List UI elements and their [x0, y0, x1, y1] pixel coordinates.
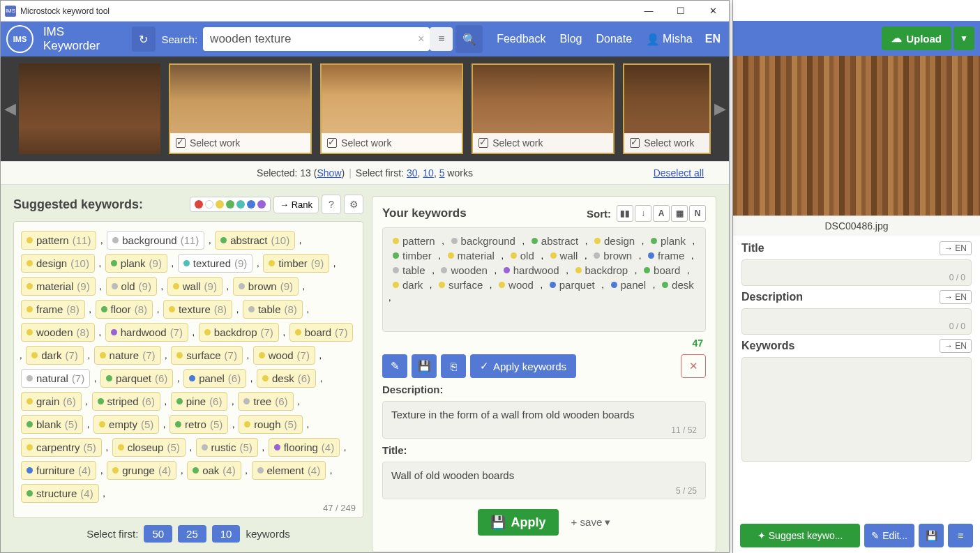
your-keyword-tag[interactable]: parquet: [545, 278, 599, 292]
keyword-tag[interactable]: old(9): [106, 277, 157, 296]
keyword-tag[interactable]: striped(6): [92, 392, 160, 411]
select-checkbox[interactable]: [478, 138, 488, 148]
maximize-button[interactable]: ☐: [665, 1, 697, 22]
your-tags-list[interactable]: pattern , background , abstract , design…: [382, 227, 706, 332]
language-toggle[interactable]: EN: [705, 33, 721, 45]
select-first-10-kw[interactable]: 10: [212, 525, 241, 543]
title-input[interactable]: 0 / 0: [741, 259, 972, 286]
your-keyword-tag[interactable]: backdrop: [571, 263, 633, 278]
carousel-next[interactable]: ▶: [711, 56, 729, 161]
clear-search-button[interactable]: ×: [412, 33, 430, 45]
keyword-tag[interactable]: texture(8): [163, 300, 232, 319]
keyword-tag[interactable]: wall(9): [167, 277, 223, 296]
close-button[interactable]: ✕: [697, 1, 729, 22]
your-keyword-tag[interactable]: table: [389, 263, 430, 278]
your-keyword-tag[interactable]: design: [590, 234, 639, 248]
your-keyword-tag[interactable]: board: [640, 263, 684, 278]
menu-icon-button[interactable]: ≡: [948, 524, 973, 547]
keywords-input[interactable]: [741, 357, 972, 462]
keyword-tag[interactable]: tree(6): [238, 392, 293, 411]
keyword-tag[interactable]: parquet(6): [100, 369, 173, 388]
search-options-button[interactable]: ≡: [430, 27, 453, 51]
keyword-tag[interactable]: retro(5): [169, 415, 228, 434]
keyword-tag[interactable]: grunge(4): [107, 461, 176, 480]
select-checkbox[interactable]: [327, 138, 337, 148]
your-keyword-tag[interactable]: wooden: [437, 263, 492, 278]
keyword-tag[interactable]: carpentry(5): [21, 438, 102, 457]
keyword-tag[interactable]: plank(9): [105, 254, 167, 273]
your-keyword-tag[interactable]: panel: [607, 278, 651, 292]
keyword-tag[interactable]: empty(5): [93, 415, 159, 434]
user-menu[interactable]: 👤Misha: [646, 33, 693, 46]
thumbnail[interactable]: Select work: [320, 63, 463, 154]
select-checkbox[interactable]: [176, 138, 186, 148]
apply-keywords-button[interactable]: ✓Apply keywords: [470, 354, 576, 378]
keyword-tag[interactable]: background(11): [107, 231, 204, 250]
search-input[interactable]: [203, 32, 412, 46]
select-first-25[interactable]: 25: [178, 525, 206, 543]
keyword-tag[interactable]: nature(7): [94, 346, 161, 365]
keyword-tag[interactable]: timber(9): [263, 254, 329, 273]
delete-keywords-button[interactable]: ✕: [681, 354, 706, 378]
save-dropdown[interactable]: + save ▾: [571, 516, 611, 529]
keyword-tag[interactable]: furniture(4): [21, 461, 96, 480]
keyword-tag[interactable]: frame(8): [21, 300, 85, 319]
keyword-tag[interactable]: closeup(5): [112, 438, 186, 457]
your-keyword-tag[interactable]: hardwood: [499, 263, 564, 278]
donate-link[interactable]: Donate: [596, 33, 632, 45]
suggest-keywords-button[interactable]: ✦Suggest keywo...: [740, 524, 860, 547]
keyword-tag[interactable]: table(8): [243, 300, 303, 319]
your-keyword-tag[interactable]: pattern: [389, 234, 439, 248]
keyword-tag[interactable]: pattern(11): [21, 231, 96, 250]
edit-button[interactable]: ✎Edit...: [864, 524, 914, 547]
keyword-tag[interactable]: backdrop(7): [199, 323, 279, 342]
suggested-tags-list[interactable]: pattern(11) , background(11) , abstract(…: [13, 221, 363, 518]
title-translate-button[interactable]: → EN: [940, 241, 972, 255]
sort-freq-button[interactable]: ▮▮: [617, 205, 633, 222]
keyword-tag[interactable]: rough(5): [239, 415, 303, 434]
keyword-tag[interactable]: element(4): [252, 461, 326, 480]
sort-grid-button[interactable]: ▦: [671, 205, 688, 222]
description-box[interactable]: Texture in the form of a wall from old w…: [382, 401, 706, 439]
thumbnail[interactable]: Select work: [472, 63, 615, 154]
keyword-tag[interactable]: textured(9): [178, 254, 253, 273]
save-keywords-button[interactable]: 💾: [412, 354, 437, 378]
description-input[interactable]: 0 / 0: [741, 308, 972, 335]
select-first-50[interactable]: 50: [144, 525, 172, 543]
your-keyword-tag[interactable]: dark: [389, 278, 427, 292]
settings-button[interactable]: ⚙: [344, 195, 363, 214]
keyword-tag[interactable]: grain(6): [21, 392, 82, 411]
keywords-translate-button[interactable]: → EN: [940, 339, 972, 353]
upload-dropdown[interactable]: ▼: [953, 26, 974, 50]
your-keyword-tag[interactable]: desk: [658, 278, 698, 292]
keyword-tag[interactable]: blank(5): [21, 415, 83, 434]
carousel-prev[interactable]: ◀: [1, 56, 19, 161]
your-keyword-tag[interactable]: timber: [389, 248, 436, 263]
keyword-tag[interactable]: natural(7): [21, 369, 90, 388]
keyword-tag[interactable]: flooring(4): [269, 438, 340, 457]
refresh-button[interactable]: ↻: [132, 26, 156, 52]
your-keyword-tag[interactable]: wall: [546, 248, 582, 263]
keyword-tag[interactable]: material(9): [21, 277, 96, 296]
sort-n-button[interactable]: N: [689, 205, 706, 222]
upload-button[interactable]: ☁ Upload: [882, 26, 951, 50]
keyword-tag[interactable]: structure(4): [21, 484, 99, 503]
copy-keywords-button[interactable]: ⎘: [441, 354, 466, 378]
select-checkbox[interactable]: [630, 138, 640, 148]
deselect-all-link[interactable]: Deselect all: [654, 167, 704, 179]
edit-keywords-button[interactable]: ✎: [382, 354, 407, 378]
keyword-tag[interactable]: design(10): [21, 254, 95, 273]
minimize-button[interactable]: —: [633, 1, 665, 22]
keyword-tag[interactable]: surface(7): [171, 346, 243, 365]
your-keyword-tag[interactable]: abstract: [527, 234, 582, 248]
title-box[interactable]: Wall of old wooden boards 5 / 25: [382, 462, 706, 499]
keyword-tag[interactable]: desk(6): [257, 369, 316, 388]
thumbnail[interactable]: [19, 63, 160, 154]
keyword-tag[interactable]: panel(6): [183, 369, 246, 388]
keyword-tag[interactable]: hardwood(7): [105, 323, 188, 342]
show-link[interactable]: Show: [317, 167, 341, 179]
select-first-10[interactable]: 10: [423, 167, 434, 179]
thumbnail[interactable]: Select work: [169, 63, 312, 154]
your-keyword-tag[interactable]: material: [444, 248, 499, 263]
blog-link[interactable]: Blog: [559, 33, 582, 45]
